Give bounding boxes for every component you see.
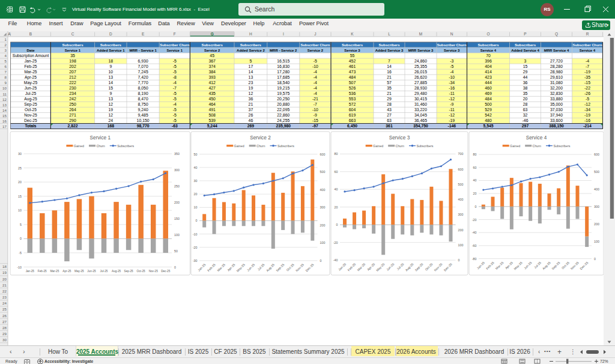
svg-text:26: 26 xyxy=(2,314,7,318)
svg-text:168: 168 xyxy=(108,124,115,128)
svg-text:290: 290 xyxy=(69,118,76,123)
svg-text:Service 4: Service 4 xyxy=(480,49,497,52)
svg-text:35: 35 xyxy=(523,91,528,96)
svg-text:374: 374 xyxy=(208,64,216,68)
svg-text:44: 44 xyxy=(523,75,528,79)
svg-text:38: 38 xyxy=(523,86,528,90)
svg-text:529: 529 xyxy=(485,108,492,112)
svg-text:300: 300 xyxy=(174,168,180,172)
svg-text:Gained: Gained xyxy=(74,144,84,148)
svg-text:15: 15 xyxy=(108,86,113,90)
svg-text:0: 0 xyxy=(320,259,322,262)
svg-text:20: 20 xyxy=(194,192,198,196)
svg-text:388,150: 388,150 xyxy=(549,124,564,129)
svg-text:36: 36 xyxy=(523,80,528,85)
svg-text:269: 269 xyxy=(247,124,255,128)
svg-text:35: 35 xyxy=(70,53,75,58)
svg-text:20: 20 xyxy=(473,192,477,195)
svg-text:-19: -19 xyxy=(584,113,590,117)
svg-text:26,015: 26,015 xyxy=(414,70,427,74)
svg-text:8: 8 xyxy=(5,75,7,79)
svg-text:297: 297 xyxy=(522,124,529,128)
svg-text:23: 23 xyxy=(249,80,253,85)
svg-text:0: 0 xyxy=(196,219,198,222)
svg-text:536: 536 xyxy=(349,91,356,96)
svg-text:MRR - Service 1: MRR - Service 1 xyxy=(129,49,157,52)
svg-text:-80: -80 xyxy=(472,257,477,261)
svg-text:0: 0 xyxy=(475,205,477,208)
svg-text:16,515: 16,515 xyxy=(277,59,289,63)
svg-text:-214: -214 xyxy=(583,124,592,128)
svg-text:20,880: 20,880 xyxy=(277,102,289,106)
svg-text:200: 200 xyxy=(320,223,326,227)
svg-text:Nov-25: Nov-25 xyxy=(24,113,37,117)
svg-text:13: 13 xyxy=(108,75,113,79)
svg-text:4: 4 xyxy=(5,53,7,58)
svg-text:-7: -7 xyxy=(586,64,589,68)
svg-text:98,770: 98,770 xyxy=(137,124,150,129)
svg-text:24,255: 24,255 xyxy=(277,118,289,123)
svg-text:27: 27 xyxy=(2,320,7,324)
svg-text:100: 100 xyxy=(174,233,180,237)
svg-text:Jul-25: Jul-25 xyxy=(25,91,36,96)
svg-text:28,280: 28,280 xyxy=(550,64,563,68)
svg-text:Subscribers: Subscribers xyxy=(62,43,83,47)
svg-text:600: 600 xyxy=(320,153,326,156)
svg-text:0: 0 xyxy=(20,237,22,240)
svg-text:28: 28 xyxy=(387,102,392,106)
svg-text:H: H xyxy=(249,32,252,36)
svg-text:600: 600 xyxy=(458,168,464,171)
svg-text:200: 200 xyxy=(594,222,599,226)
svg-text:Subscriber Churn: Subscriber Churn xyxy=(437,43,467,47)
svg-text:-146: -146 xyxy=(447,124,456,128)
svg-text:361: 361 xyxy=(386,124,393,128)
svg-text:20: 20 xyxy=(2,277,7,281)
svg-text:15: 15 xyxy=(2,114,7,118)
svg-text:G: G xyxy=(211,32,214,36)
svg-text:17,280: 17,280 xyxy=(277,70,289,74)
svg-text:-10: -10 xyxy=(17,265,22,269)
svg-text:20: 20 xyxy=(18,180,22,184)
svg-text:350: 350 xyxy=(174,152,180,156)
svg-text:MRR Service 3: MRR Service 3 xyxy=(408,49,434,52)
svg-text:M: M xyxy=(419,32,422,36)
svg-text:45: 45 xyxy=(210,53,214,58)
svg-text:8,050: 8,050 xyxy=(138,86,148,90)
svg-text:Subscriber Churn: Subscriber Churn xyxy=(573,43,602,47)
svg-text:K: K xyxy=(351,32,354,36)
svg-text:-5: -5 xyxy=(173,70,177,74)
svg-text:28: 28 xyxy=(2,326,7,330)
svg-text:-12: -12 xyxy=(449,113,455,117)
svg-text:8,470: 8,470 xyxy=(138,97,148,101)
svg-text:242: 242 xyxy=(69,97,76,101)
svg-text:R: R xyxy=(586,32,589,36)
svg-text:19,575: 19,575 xyxy=(277,91,289,96)
svg-text:Service 1: Service 1 xyxy=(167,49,183,52)
svg-text:29: 29 xyxy=(2,332,7,336)
svg-text:10: 10 xyxy=(18,208,22,212)
svg-text:22,860: 22,860 xyxy=(277,113,289,117)
svg-text:Churn: Churn xyxy=(96,144,105,148)
svg-text:7,770: 7,770 xyxy=(138,80,148,85)
svg-text:Subscription Amount: Subscription Amount xyxy=(13,53,49,58)
svg-text:F: F xyxy=(174,32,176,36)
svg-text:427: 427 xyxy=(208,86,216,90)
svg-text:80: 80 xyxy=(335,152,338,156)
svg-text:Oct-25: Oct-25 xyxy=(137,270,145,273)
svg-text:Subscriber Churn: Subscriber Churn xyxy=(160,43,189,47)
svg-text:400: 400 xyxy=(458,198,464,201)
svg-text:500: 500 xyxy=(320,170,326,174)
svg-text:393: 393 xyxy=(208,75,216,79)
svg-text:-10: -10 xyxy=(193,232,198,236)
svg-text:14: 14 xyxy=(2,108,7,112)
svg-text:Churn: Churn xyxy=(533,144,541,148)
svg-text:423: 423 xyxy=(485,75,492,79)
svg-text:16: 16 xyxy=(2,119,7,123)
svg-text:35: 35 xyxy=(387,86,392,90)
svg-text:-46: -46 xyxy=(523,118,529,123)
svg-text:10: 10 xyxy=(194,205,198,209)
svg-text:384: 384 xyxy=(208,70,216,74)
svg-text:Subscribers: Subscribers xyxy=(553,144,570,148)
svg-text:235,980: 235,980 xyxy=(276,124,291,129)
svg-text:412: 412 xyxy=(208,80,216,85)
